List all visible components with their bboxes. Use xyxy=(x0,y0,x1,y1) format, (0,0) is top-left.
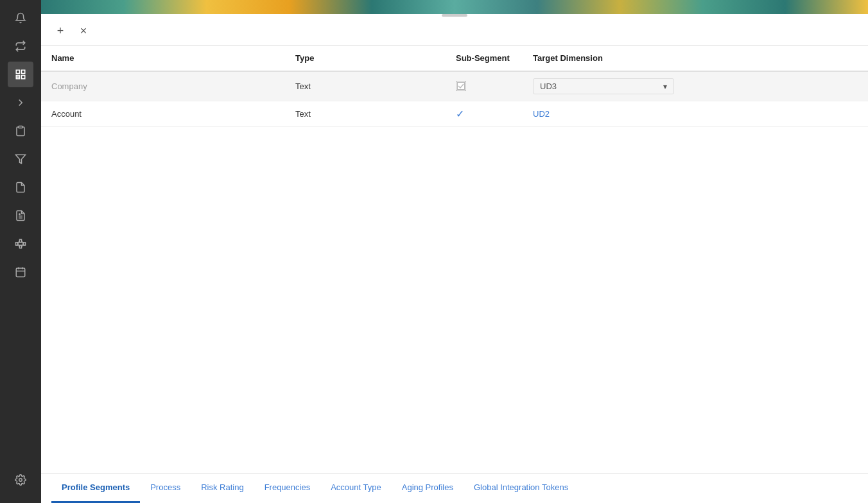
col-header-target: Target Dimension xyxy=(523,46,868,71)
bottom-tabs: Profile Segments Process Risk Rating Fre… xyxy=(41,473,868,503)
cell-name xyxy=(41,71,285,101)
svg-rect-11 xyxy=(20,239,22,243)
tab-aging-profiles[interactable]: Aging Profiles xyxy=(392,473,464,503)
tab-risk-rating[interactable]: Risk Rating xyxy=(191,473,254,503)
data-table: Name Type Sub-Segment Target Dimension xyxy=(41,46,868,127)
svg-rect-13 xyxy=(24,243,26,246)
cell-subsegment: ✓ xyxy=(446,101,523,127)
target-dimension-link[interactable]: UD2 xyxy=(533,109,550,119)
svg-rect-10 xyxy=(16,243,18,246)
remove-button[interactable]: × xyxy=(74,22,92,40)
svg-marker-6 xyxy=(16,155,26,164)
gear-icon[interactable] xyxy=(8,467,33,493)
main-content: + × Name Type Sub-Segment xyxy=(41,0,868,503)
cell-target: UD3 ▾ xyxy=(523,71,868,101)
svg-rect-12 xyxy=(20,245,22,248)
table-row[interactable]: Text UD3 ▾ xyxy=(41,71,868,101)
cell-name: Account xyxy=(41,101,285,127)
add-button[interactable]: + xyxy=(51,22,69,40)
svg-rect-18 xyxy=(16,268,25,277)
hierarchy-icon[interactable] xyxy=(8,231,33,257)
target-dimension-select[interactable]: UD3 ▾ xyxy=(533,78,674,94)
svg-point-22 xyxy=(19,479,22,482)
svg-point-9 xyxy=(19,214,21,215)
chevron-down-icon: ▾ xyxy=(663,82,667,91)
sidebar xyxy=(0,0,41,503)
svg-rect-1 xyxy=(22,70,25,73)
top-banner xyxy=(41,0,868,14)
tab-profile-segments[interactable]: Profile Segments xyxy=(51,473,140,503)
cell-target: UD2 xyxy=(523,101,868,127)
refresh-icon[interactable] xyxy=(8,33,33,59)
clipboard-icon[interactable] xyxy=(8,118,33,144)
col-header-name: Name xyxy=(41,46,285,71)
col-header-type: Type xyxy=(285,46,446,71)
svg-point-4 xyxy=(17,76,19,78)
table-container: Name Type Sub-Segment Target Dimension xyxy=(41,46,868,473)
svg-rect-0 xyxy=(16,70,19,73)
svg-rect-2 xyxy=(22,76,25,79)
cell-subsegment xyxy=(446,71,523,101)
profile-config-icon[interactable] xyxy=(8,62,33,87)
table-header-row: Name Type Sub-Segment Target Dimension xyxy=(41,46,868,71)
toolbar: + × xyxy=(41,14,868,46)
cell-type: Text xyxy=(285,71,446,101)
name-input[interactable] xyxy=(51,81,275,91)
tab-global-integration-tokens[interactable]: Global Integration Tokens xyxy=(464,473,578,503)
tab-process[interactable]: Process xyxy=(140,473,191,503)
tab-account-type[interactable]: Account Type xyxy=(320,473,392,503)
subsegment-checkbox-disabled xyxy=(456,81,466,91)
drag-handle xyxy=(442,14,467,17)
col-header-subsegment: Sub-Segment xyxy=(446,46,523,71)
cell-type: Text xyxy=(285,101,446,127)
document-icon[interactable] xyxy=(8,175,33,200)
svg-rect-5 xyxy=(19,126,22,128)
table-row[interactable]: Account Text ✓ UD2 xyxy=(41,101,868,127)
calendar-icon[interactable] xyxy=(8,259,33,285)
arrow-icon[interactable] xyxy=(8,90,33,115)
tab-frequencies[interactable]: Frequencies xyxy=(254,473,321,503)
subsegment-checkbox-checked: ✓ xyxy=(456,108,464,119)
bell-icon[interactable] xyxy=(8,5,33,31)
report-icon[interactable] xyxy=(8,203,33,228)
filter-icon[interactable] xyxy=(8,146,33,172)
